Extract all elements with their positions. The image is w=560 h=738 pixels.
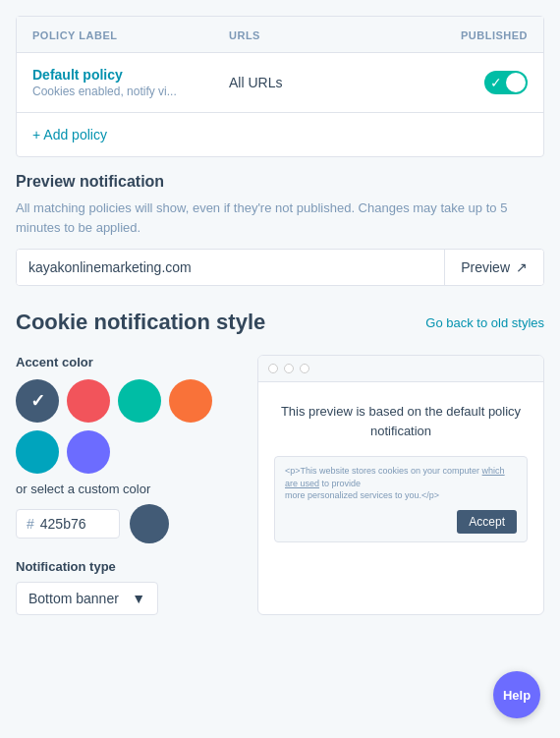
- preview-cookie-bar: <p>This website stores cookies on your c…: [274, 456, 528, 542]
- preview-notification-title: Preview notification: [16, 173, 544, 191]
- accept-button[interactable]: Accept: [457, 510, 517, 534]
- policy-desc: Cookies enabled, notify vi...: [32, 85, 229, 98]
- back-to-old-styles-link[interactable]: Go back to old styles: [425, 315, 544, 330]
- preview-window: This preview is based on the default pol…: [257, 355, 544, 615]
- swatch-cyan[interactable]: [16, 430, 59, 474]
- dropdown-arrow-icon: ▼: [132, 591, 145, 606]
- check-icon: ✓: [486, 73, 506, 92]
- cookie-style-title: Cookie notification style: [16, 310, 265, 335]
- custom-color-row: #: [16, 504, 242, 543]
- preview-cookie-code: <p>This website stores cookies on your c…: [285, 465, 517, 502]
- preview-input-row: Preview ↗: [16, 249, 544, 286]
- urls-header: URLs: [229, 29, 260, 41]
- swatch-orange[interactable]: [67, 379, 110, 423]
- preview-window-body: This preview is based on the default pol…: [258, 382, 543, 562]
- cookie-code-line2: more personalized services to you.</p>: [285, 490, 439, 500]
- cookie-body: Accent color or select a custom color # …: [16, 355, 544, 615]
- hex-input-wrap: #: [16, 509, 120, 539]
- notification-type-value: Bottom banner: [28, 591, 119, 606]
- notification-type-label: Notification type: [16, 559, 242, 574]
- swatch-dark-blue[interactable]: [16, 379, 59, 423]
- preview-button[interactable]: Preview ↗: [444, 250, 543, 285]
- preview-titlebar: [258, 356, 543, 382]
- titlebar-dot-1: [268, 364, 278, 373]
- preview-notification-desc: All matching policies will show, even if…: [16, 199, 544, 237]
- notification-type-select[interactable]: Bottom banner ▼: [16, 582, 158, 615]
- policy-label-header: Policy label: [32, 29, 117, 41]
- titlebar-dot-3: [300, 364, 309, 373]
- external-link-icon: ↗: [516, 259, 528, 275]
- hex-hash: #: [27, 516, 34, 532]
- color-swatches: [16, 379, 242, 474]
- hex-color-input[interactable]: [40, 516, 109, 532]
- preview-btn-label: Preview: [461, 259, 510, 275]
- color-preview-circle: [130, 504, 169, 543]
- table-row: Default policy Cookies enabled, notify v…: [17, 53, 543, 113]
- published-header: Published: [461, 29, 528, 41]
- titlebar-dot-2: [284, 364, 294, 373]
- cookie-style-header: Cookie notification style Go back to old…: [16, 310, 544, 335]
- published-toggle[interactable]: ✓: [484, 71, 528, 94]
- preview-notification-text: This preview is based on the default pol…: [274, 402, 528, 440]
- add-policy-row: + Add policy: [17, 113, 543, 156]
- help-button[interactable]: Help: [493, 671, 540, 718]
- swatch-coral[interactable]: [169, 379, 212, 423]
- toggle-knob: [506, 73, 526, 92]
- custom-color-label: or select a custom color: [16, 482, 242, 496]
- policy-name[interactable]: Default policy: [32, 67, 229, 83]
- cookie-code-line1: <p>This website stores cookies on your c…: [285, 466, 505, 488]
- preview-url-input[interactable]: [17, 250, 444, 285]
- swatch-teal[interactable]: [118, 379, 161, 423]
- policy-urls: All URLs: [229, 75, 282, 90]
- published-toggle-wrap[interactable]: ✓: [410, 71, 528, 94]
- left-panel: Accent color or select a custom color # …: [16, 355, 242, 615]
- accent-color-label: Accent color: [16, 355, 242, 369]
- preview-notification-section: Preview notification All matching polici…: [0, 173, 560, 286]
- policy-table: Policy label URLs Published Default poli…: [16, 16, 544, 157]
- table-header: Policy label URLs Published: [17, 17, 543, 53]
- swatch-purple[interactable]: [67, 430, 110, 474]
- add-policy-button[interactable]: + Add policy: [32, 127, 107, 142]
- cookie-style-section: Cookie notification style Go back to old…: [0, 294, 560, 631]
